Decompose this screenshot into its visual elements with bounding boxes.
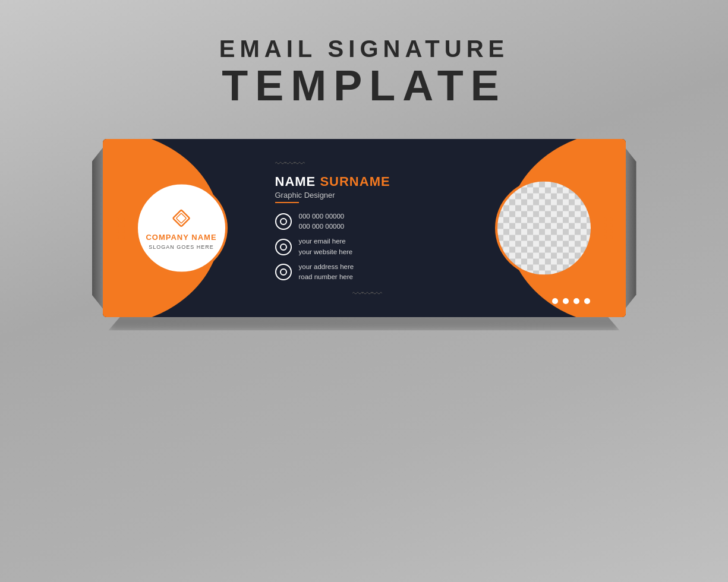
website-line2: your website here xyxy=(299,247,353,257)
email-icon xyxy=(275,239,292,255)
dot xyxy=(610,230,613,233)
address-icon xyxy=(275,264,292,280)
dot xyxy=(604,230,607,233)
svg-rect-1 xyxy=(177,213,187,223)
dot xyxy=(116,218,119,221)
photo-placeholder-circle xyxy=(495,179,593,277)
bottom-dot-4 xyxy=(584,298,590,304)
email-signature-card: COMPANY NAME SLOGAN GOES HERE 〰〰〰 NAME S… xyxy=(103,139,626,317)
card-wrapper: COMPANY NAME SLOGAN GOES HERE 〰〰〰 NAME S… xyxy=(103,139,626,317)
person-title: Graphic Designer xyxy=(275,191,459,200)
contact-item-phone: 000 000 00000 000 000 00000 xyxy=(275,211,459,232)
contact-email-text: your email here your website here xyxy=(299,236,353,257)
company-name: COMPANY NAME xyxy=(146,233,216,242)
contact-item-address: your address here road number here xyxy=(275,262,459,283)
bottom-dots xyxy=(552,298,590,304)
dot xyxy=(122,236,125,239)
dot xyxy=(116,224,119,227)
dot xyxy=(604,236,607,239)
title-line1: EMAIL SIGNATURE xyxy=(219,36,509,62)
dot xyxy=(122,224,125,227)
dot xyxy=(610,224,613,227)
bottom-dot-1 xyxy=(552,298,558,304)
last-name: SURNAME xyxy=(320,174,390,189)
bottom-dot-2 xyxy=(563,298,569,304)
email-line1: your email here xyxy=(299,236,353,246)
contact-phone-text: 000 000 00000 000 000 00000 xyxy=(299,211,345,232)
bottom-dot-3 xyxy=(573,298,579,304)
logo-circle: COMPANY NAME SLOGAN GOES HERE xyxy=(135,182,228,274)
address-line1: your address here xyxy=(299,262,354,272)
wave-decoration-top: 〰〰〰 xyxy=(275,158,304,170)
dot xyxy=(610,218,613,221)
title-underline xyxy=(275,202,299,203)
dot xyxy=(604,224,607,227)
dot xyxy=(122,218,125,221)
dot xyxy=(116,236,119,239)
dot-grid-right xyxy=(604,218,613,239)
dot-grid-left xyxy=(116,218,125,239)
company-slogan: SLOGAN GOES HERE xyxy=(149,244,214,250)
svg-rect-0 xyxy=(173,210,190,227)
wave-decoration-bottom: 〰〰〰 xyxy=(352,288,381,301)
company-logo-icon xyxy=(169,207,193,230)
first-name: NAME xyxy=(275,174,316,189)
dot xyxy=(604,218,607,221)
dot xyxy=(122,230,125,233)
title-line2: TEMPLATE xyxy=(219,62,509,109)
phone-line2: 000 000 00000 xyxy=(299,222,345,232)
person-name: NAME SURNAME xyxy=(275,174,459,189)
dot xyxy=(116,230,119,233)
contact-list: 000 000 00000 000 000 00000 your email h… xyxy=(275,211,459,283)
page-title-block: EMAIL SIGNATURE TEMPLATE xyxy=(219,36,509,109)
dot xyxy=(610,236,613,239)
contact-item-email: your email here your website here xyxy=(275,236,459,257)
phone-icon xyxy=(275,213,292,230)
phone-line1: 000 000 00000 xyxy=(299,211,345,222)
address-line2: road number here xyxy=(299,272,354,282)
contact-address-text: your address here road number here xyxy=(299,262,354,283)
